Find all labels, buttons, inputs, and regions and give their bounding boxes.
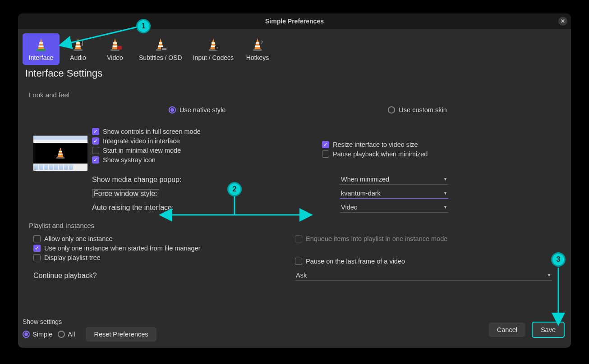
label-show-settings: Show settings bbox=[23, 318, 156, 325]
tab-subtitles[interactable]: Subtitles / OSD bbox=[133, 33, 188, 65]
svg-rect-15 bbox=[158, 46, 163, 47]
save-button[interactable]: Save bbox=[532, 322, 565, 338]
select-auto-raising[interactable]: Video ▼ bbox=[340, 203, 448, 213]
tab-interface[interactable]: Interface bbox=[23, 33, 60, 65]
chevron-down-icon: ▼ bbox=[547, 273, 551, 278]
tab-audio[interactable]: Audio bbox=[60, 33, 97, 65]
svg-rect-29 bbox=[253, 49, 262, 51]
svg-rect-19 bbox=[162, 49, 166, 50]
radio-icon bbox=[169, 106, 176, 114]
checkbox-icon bbox=[295, 235, 302, 242]
group-playlist-instances: Playlist and Instances bbox=[29, 222, 560, 229]
svg-rect-21 bbox=[212, 42, 215, 44]
checkbox-icon bbox=[33, 254, 41, 261]
checkbox-one-instance[interactable]: Allow only one instance bbox=[33, 235, 295, 242]
cone-icon bbox=[250, 37, 265, 52]
tab-hotkeys[interactable]: Hotkeys bbox=[239, 33, 276, 65]
checkbox-systray-icon[interactable]: Show systray icon bbox=[92, 156, 322, 164]
checkbox-playlist-tree[interactable]: Display playlist tree bbox=[33, 254, 295, 261]
svg-rect-2 bbox=[39, 46, 44, 47]
checkbox-integrate-video[interactable]: Integrate video in interface bbox=[92, 137, 322, 145]
select-continue-playback[interactable]: Ask ▼ bbox=[295, 271, 552, 281]
checkbox-pause-last-frame[interactable]: Pause on the last frame of a video bbox=[295, 258, 548, 265]
svg-rect-28 bbox=[255, 46, 260, 47]
tab-video-label: Video bbox=[107, 54, 123, 61]
checkbox-show-controls-fullscreen[interactable]: Show controls in full screen mode bbox=[92, 128, 322, 135]
checkbox-icon bbox=[92, 128, 99, 135]
cone-icon bbox=[206, 37, 221, 52]
svg-rect-18 bbox=[162, 48, 166, 49]
svg-rect-3 bbox=[37, 49, 46, 51]
svg-rect-6 bbox=[76, 46, 81, 47]
cancel-button[interactable]: Cancel bbox=[489, 323, 525, 337]
checkbox-file-manager-instance[interactable]: Use only one instance when started from … bbox=[33, 245, 295, 252]
svg-point-25 bbox=[216, 47, 218, 49]
svg-rect-33 bbox=[56, 157, 64, 159]
tab-video[interactable]: Video bbox=[97, 33, 133, 65]
label-auto-raising: Auto raising the interface: bbox=[92, 204, 174, 212]
checkbox-enqueue-one-instance: Enqueue items into playlist in one insta… bbox=[295, 235, 548, 242]
radio-icon bbox=[388, 106, 395, 114]
svg-rect-12 bbox=[117, 46, 122, 50]
tab-audio-label: Audio bbox=[70, 54, 86, 61]
radio-native-style[interactable]: Use native style bbox=[169, 106, 225, 114]
svg-rect-31 bbox=[59, 151, 62, 152]
svg-rect-32 bbox=[59, 154, 63, 155]
svg-rect-27 bbox=[256, 42, 259, 44]
label-force-window-style: Force window style: bbox=[92, 189, 159, 198]
preferences-window: Simple Preferences ✕ Interface Audio Vid… bbox=[18, 14, 571, 348]
footer: Show settings Simple All Reset Preferenc… bbox=[18, 315, 571, 348]
checkbox-icon bbox=[33, 245, 41, 252]
page-title: Interface Settings bbox=[18, 65, 571, 82]
tab-input-label: Input / Codecs bbox=[193, 54, 234, 61]
svg-rect-10 bbox=[113, 46, 118, 47]
cone-icon bbox=[70, 37, 86, 52]
svg-rect-1 bbox=[39, 42, 43, 44]
select-media-popup[interactable]: When minimized ▼ bbox=[340, 175, 448, 185]
checkbox-icon bbox=[33, 235, 41, 242]
cone-icon bbox=[33, 37, 49, 52]
checkbox-icon bbox=[92, 137, 99, 145]
checkbox-icon bbox=[295, 258, 302, 265]
label-media-popup: Show media change popup: bbox=[92, 176, 181, 184]
checkbox-icon bbox=[322, 150, 329, 158]
checkbox-resize-interface[interactable]: Resize interface to video size bbox=[322, 141, 548, 148]
cone-icon bbox=[153, 37, 168, 52]
checkbox-icon bbox=[92, 156, 99, 164]
settings-body: Look and feel Use native style Use custo… bbox=[18, 82, 571, 315]
cone-icon bbox=[107, 37, 123, 52]
close-icon[interactable]: ✕ bbox=[558, 17, 567, 26]
tab-hotkeys-label: Hotkeys bbox=[246, 54, 269, 61]
radio-all[interactable] bbox=[58, 331, 65, 338]
interface-preview bbox=[33, 126, 92, 171]
label-continue-playback: Continue playback? bbox=[33, 272, 97, 280]
category-tabs: Interface Audio Video Subtitles / OSD In… bbox=[18, 29, 571, 65]
chevron-down-icon: ▼ bbox=[443, 205, 447, 209]
tab-input-codecs[interactable]: Input / Codecs bbox=[188, 33, 239, 65]
svg-rect-5 bbox=[76, 42, 80, 44]
checkbox-pause-minimized[interactable]: Pause playback when minimized bbox=[322, 150, 548, 158]
checkbox-minimal-view[interactable]: Start in minimal view mode bbox=[92, 147, 322, 154]
tab-subtitles-label: Subtitles / OSD bbox=[139, 54, 182, 61]
svg-rect-9 bbox=[113, 42, 117, 44]
titlebar: Simple Preferences ✕ bbox=[18, 14, 571, 29]
svg-rect-14 bbox=[159, 42, 162, 44]
window-title: Simple Preferences bbox=[265, 18, 324, 25]
group-look-and-feel: Look and feel bbox=[29, 91, 560, 99]
svg-marker-30 bbox=[57, 147, 64, 157]
chevron-down-icon: ▼ bbox=[443, 191, 447, 196]
checkbox-icon bbox=[92, 147, 99, 154]
tab-interface-label: Interface bbox=[29, 54, 53, 61]
reset-preferences-button[interactable]: Reset Preferences bbox=[86, 327, 156, 341]
radio-simple[interactable] bbox=[23, 331, 30, 338]
checkbox-icon bbox=[322, 141, 329, 148]
svg-rect-7 bbox=[74, 49, 83, 51]
chevron-down-icon: ▼ bbox=[443, 177, 447, 182]
select-force-window-style[interactable]: kvantum-dark ▼ bbox=[340, 189, 448, 199]
radio-custom-skin[interactable]: Use custom skin bbox=[388, 106, 446, 114]
